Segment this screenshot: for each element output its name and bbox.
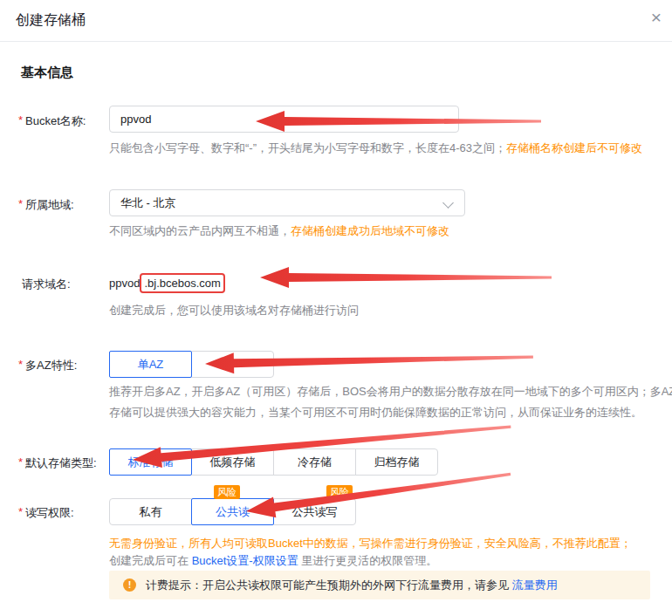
region-select[interactable]: 华北 - 北京 [109, 189, 465, 216]
risk-badge: 风险 [214, 485, 240, 499]
required-asterisk: * [18, 505, 23, 521]
permission-label: * 读写权限: [18, 505, 74, 521]
domain-label: 请求域名: [22, 277, 71, 292]
required-asterisk: * [18, 113, 23, 129]
az-label: * 多AZ特性: [18, 358, 77, 373]
permission-option-private[interactable]: 私有 [109, 498, 192, 525]
header-divider [0, 41, 672, 42]
az-button-group: 单AZ [109, 351, 274, 378]
required-asterisk: * [18, 358, 23, 373]
storage-class-button-group: 标准存储 低频存储 冷存储 归档存储 [109, 448, 438, 476]
warning-circle-icon: ! [123, 578, 136, 592]
required-asterisk: * [18, 197, 23, 213]
storage-option-cold[interactable]: 冷存储 [273, 448, 356, 476]
chevron-down-icon [442, 197, 454, 209]
permission-note: 创建完成后可在 Bucket设置-权限设置 里进行更灵活的权限管理。 [109, 553, 437, 569]
domain-helper: 创建完成后，您可以使用该域名对存储桶进行访问 [109, 303, 359, 318]
permission-button-group: 私有 公共读 公共读写 [109, 498, 356, 525]
region-helper: 不同区域内的云产品内网互不相通，存储桶创建成功后地域不可修改 [109, 223, 449, 239]
close-icon[interactable]: × [651, 8, 662, 27]
permission-option-public-read[interactable]: 公共读 [191, 498, 274, 525]
region-label: * 所属地域: [18, 197, 74, 213]
storage-class-label: * 默认存储类型: [18, 455, 97, 471]
traffic-fee-link[interactable]: 流量费用 [512, 578, 558, 592]
risk-badge: 风险 [326, 485, 353, 499]
bucket-name-input[interactable] [109, 106, 459, 133]
annotation-arrow [260, 267, 552, 288]
az-option-multi[interactable] [191, 351, 274, 378]
section-title: 基本信息 [21, 65, 73, 81]
storage-option-archive[interactable]: 归档存储 [355, 448, 438, 476]
billing-tip-box: ! 计费提示：开启公共读权限可能产生预期外的外网下行流量费用，请参见 流量费用 [109, 571, 650, 599]
domain-highlight-box: .bj.bcebos.com [140, 273, 224, 293]
create-bucket-dialog: 创建存储桶 × 基本信息 * Bucket名称: 只能包含小写字母、数字和“-”… [0, 0, 672, 616]
dialog-title: 创建存储桶 [16, 11, 86, 30]
az-helper: 推荐开启多AZ，开启多AZ（可用区）存储后，BOS会将用户的数据分散存放在同一地… [109, 381, 672, 423]
permission-option-public-read-write[interactable]: 公共读写 [273, 498, 356, 525]
request-domain-value: ppvod .bj.bcebos.com [109, 273, 225, 293]
required-asterisk: * [18, 455, 23, 471]
bucket-settings-link[interactable]: Bucket设置-权限设置 [192, 554, 298, 567]
az-option-single[interactable]: 单AZ [109, 351, 192, 378]
storage-option-ia[interactable]: 低频存储 [191, 448, 274, 476]
storage-option-standard[interactable]: 标准存储 [109, 448, 192, 476]
region-select-value: 华北 - 北京 [120, 196, 176, 209]
permission-warning: 无需身份验证，所有人均可读取Bucket中的数据，写操作需进行身份验证，安全风险… [109, 536, 632, 551]
bucket-name-helper: 只能包含小写字母、数字和“-”，开头结尾为小写字母和数字，长度在4-63之间；存… [109, 140, 642, 156]
bucket-name-label: * Bucket名称: [18, 113, 86, 129]
